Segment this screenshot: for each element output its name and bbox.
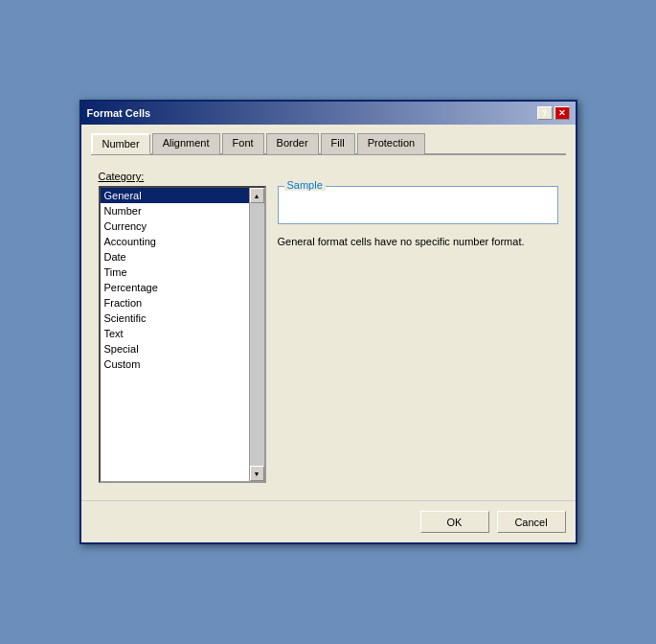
help-button[interactable]: ? xyxy=(537,106,553,120)
description-text: General format cells have no specific nu… xyxy=(278,234,558,250)
tab-bar: Number Alignment Font Border Fill Protec… xyxy=(91,132,566,155)
dialog-title: Format Cells xyxy=(87,107,151,119)
ok-button[interactable]: OK xyxy=(420,511,489,533)
list-item[interactable]: General xyxy=(101,188,249,203)
list-item[interactable]: Number xyxy=(101,203,249,218)
list-item[interactable]: Special xyxy=(101,341,249,356)
dialog-footer: OK Cancel xyxy=(81,500,576,542)
scroll-down-button[interactable]: ▼ xyxy=(250,466,264,481)
tab-protection[interactable]: Protection xyxy=(357,133,426,154)
tab-content: Category: General Number Currency Accoun… xyxy=(91,163,566,491)
list-item[interactable]: Currency xyxy=(101,218,249,234)
main-section: General Number Currency Accounting Date … xyxy=(99,186,558,483)
right-section: Sample General format cells have no spec… xyxy=(278,186,558,483)
scroll-up-button[interactable]: ▲ xyxy=(250,188,264,203)
list-item[interactable]: Scientific xyxy=(101,310,249,326)
list-item[interactable]: Accounting xyxy=(101,234,249,249)
list-item[interactable]: Custom xyxy=(101,356,249,372)
list-item[interactable]: Percentage xyxy=(101,280,249,295)
list-item[interactable]: Fraction xyxy=(101,295,249,310)
format-cells-dialog: Format Cells ? ✕ Number Alignment Font B… xyxy=(79,100,577,544)
list-item[interactable]: Date xyxy=(101,249,249,264)
tab-font[interactable]: Font xyxy=(222,133,264,154)
tab-fill[interactable]: Fill xyxy=(321,133,355,154)
list-item[interactable]: Text xyxy=(101,326,249,341)
category-label: Category: xyxy=(99,171,558,182)
category-list-container: General Number Currency Accounting Date … xyxy=(99,186,266,483)
scrollbar: ▲ ▼ xyxy=(249,188,264,481)
scroll-track xyxy=(250,203,264,466)
title-bar: Format Cells ? ✕ xyxy=(81,102,576,125)
cancel-button[interactable]: Cancel xyxy=(497,511,566,533)
dialog-body: Number Alignment Font Border Fill Protec… xyxy=(81,125,576,500)
tab-number[interactable]: Number xyxy=(91,133,150,154)
sample-label: Sample xyxy=(284,179,326,191)
sample-box: Sample xyxy=(278,186,558,224)
tab-border[interactable]: Border xyxy=(266,133,319,154)
list-item[interactable]: Time xyxy=(101,264,249,280)
close-button[interactable]: ✕ xyxy=(554,106,570,120)
tab-alignment[interactable]: Alignment xyxy=(152,133,220,154)
category-list: General Number Currency Accounting Date … xyxy=(101,188,249,481)
title-bar-buttons: ? ✕ xyxy=(537,106,570,120)
